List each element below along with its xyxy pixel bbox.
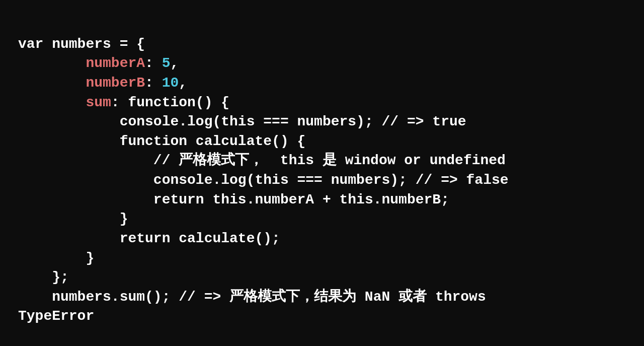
code-return-calculate: return calculate(); xyxy=(18,231,280,246)
line-7: // 严格模式下， this 是 window or undefined xyxy=(18,153,506,168)
line-1: var numbers = { xyxy=(18,36,145,52)
value-5: 5 xyxy=(162,55,171,71)
code-indent xyxy=(18,95,86,110)
code-comment-strict: // 严格模式下， this 是 window or undefined xyxy=(18,153,506,168)
prop-sum: sum xyxy=(86,95,111,110)
prop-numberB: numberB xyxy=(86,75,145,91)
prop-numberA: numberA xyxy=(86,55,145,71)
code-colon: : xyxy=(145,55,162,71)
line-13: }; xyxy=(18,269,69,285)
code-numbers-sum: numbers.sum(); // => 严格模式下，结果为 NaN 或者 th… xyxy=(18,289,486,305)
line-15: TypeError xyxy=(18,308,94,324)
code-typeerror: TypeError xyxy=(18,308,94,324)
line-11: return calculate(); xyxy=(18,231,280,246)
line-3: numberB: 10, xyxy=(18,75,187,91)
line-10: } xyxy=(18,211,128,227)
code-indent xyxy=(18,75,86,91)
line-2: numberA: 5, xyxy=(18,55,179,71)
value-10: 10 xyxy=(162,75,179,91)
line-4: sum: function() { xyxy=(18,95,229,110)
code-display: var numbers = { numberA: 5, numberB: 10,… xyxy=(18,15,509,326)
code-function-calculate: function calculate() { xyxy=(18,133,305,149)
code-function: : function() { xyxy=(111,95,229,110)
code-comma: , xyxy=(170,55,179,71)
code-console-log-1: console.log(this === numbers); // => tru… xyxy=(18,114,466,129)
code-colon: : xyxy=(145,75,162,91)
code-text: var numbers = { xyxy=(18,36,145,52)
code-close-sum: } xyxy=(18,250,94,266)
line-5: console.log(this === numbers); // => tru… xyxy=(18,114,466,129)
code-console-log-2: console.log(this === numbers); // => fal… xyxy=(18,172,509,188)
code-return-this: return this.numberA + this.numberB; xyxy=(18,192,449,207)
line-14: numbers.sum(); // => 严格模式下，结果为 NaN 或者 th… xyxy=(18,289,486,305)
line-9: return this.numberA + this.numberB; xyxy=(18,192,449,207)
line-8: console.log(this === numbers); // => fal… xyxy=(18,172,509,188)
line-6: function calculate() { xyxy=(18,133,305,149)
code-close-inner: } xyxy=(18,211,128,227)
code-indent xyxy=(18,55,86,71)
code-close-obj: }; xyxy=(18,269,69,285)
code-comma: , xyxy=(179,75,187,91)
line-12: } xyxy=(18,250,94,266)
